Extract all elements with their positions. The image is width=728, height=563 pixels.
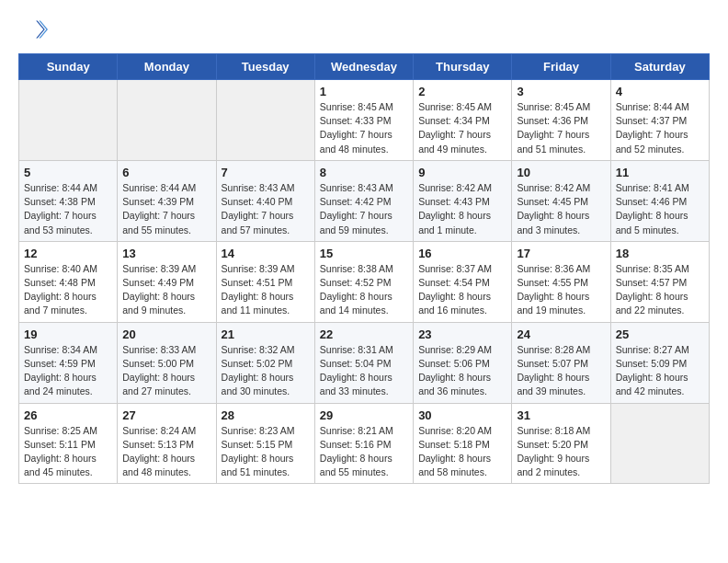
- day-info: Sunrise: 8:39 AM Sunset: 4:49 PM Dayligh…: [122, 262, 210, 318]
- day-number: 12: [24, 247, 112, 260]
- day-number: 11: [616, 166, 704, 179]
- day-info: Sunrise: 8:45 AM Sunset: 4:33 PM Dayligh…: [320, 100, 408, 156]
- day-number: 29: [320, 408, 408, 422]
- day-info: Sunrise: 8:31 AM Sunset: 5:04 PM Dayligh…: [320, 343, 408, 399]
- day-info: Sunrise: 8:44 AM Sunset: 4:39 PM Dayligh…: [122, 181, 210, 237]
- day-number: 22: [320, 327, 408, 341]
- day-number: 26: [24, 408, 112, 422]
- day-number: 17: [517, 247, 605, 260]
- calendar-cell: 9Sunrise: 8:42 AM Sunset: 4:43 PM Daylig…: [414, 160, 512, 241]
- day-number: 13: [122, 247, 210, 260]
- day-info: Sunrise: 8:42 AM Sunset: 4:45 PM Dayligh…: [517, 181, 605, 237]
- day-info: Sunrise: 8:35 AM Sunset: 4:57 PM Dayligh…: [616, 262, 704, 318]
- calendar-cell: 10Sunrise: 8:42 AM Sunset: 4:45 PM Dayli…: [512, 160, 610, 241]
- day-info: Sunrise: 8:43 AM Sunset: 4:40 PM Dayligh…: [222, 181, 310, 237]
- calendar-cell: 8Sunrise: 8:43 AM Sunset: 4:42 PM Daylig…: [314, 160, 413, 241]
- day-of-week-header: Monday: [118, 54, 216, 80]
- calendar-header-row: SundayMondayTuesdayWednesdayThursdayFrid…: [19, 54, 710, 80]
- day-of-week-header: Tuesday: [216, 54, 314, 80]
- day-info: Sunrise: 8:40 AM Sunset: 4:48 PM Dayligh…: [24, 262, 112, 318]
- day-of-week-header: Friday: [512, 54, 610, 80]
- calendar-cell: 26Sunrise: 8:25 AM Sunset: 5:11 PM Dayli…: [19, 403, 118, 484]
- header: [18, 15, 710, 44]
- calendar-week-row: 1Sunrise: 8:45 AM Sunset: 4:33 PM Daylig…: [19, 80, 710, 161]
- day-number: 10: [517, 166, 605, 179]
- calendar-cell: [216, 80, 314, 161]
- day-info: Sunrise: 8:24 AM Sunset: 5:13 PM Dayligh…: [122, 424, 210, 480]
- calendar-cell: 5Sunrise: 8:44 AM Sunset: 4:38 PM Daylig…: [19, 160, 118, 241]
- day-number: 25: [616, 327, 704, 341]
- calendar-week-row: 5Sunrise: 8:44 AM Sunset: 4:38 PM Daylig…: [19, 160, 710, 241]
- calendar-cell: 27Sunrise: 8:24 AM Sunset: 5:13 PM Dayli…: [118, 403, 216, 484]
- calendar-cell: 24Sunrise: 8:28 AM Sunset: 5:07 PM Dayli…: [512, 322, 610, 403]
- calendar-cell: 25Sunrise: 8:27 AM Sunset: 5:09 PM Dayli…: [610, 322, 709, 403]
- logo: [18, 15, 51, 44]
- day-info: Sunrise: 8:23 AM Sunset: 5:15 PM Dayligh…: [222, 424, 310, 480]
- calendar-cell: 12Sunrise: 8:40 AM Sunset: 4:48 PM Dayli…: [19, 241, 118, 322]
- day-info: Sunrise: 8:27 AM Sunset: 5:09 PM Dayligh…: [616, 343, 704, 399]
- day-number: 23: [418, 327, 506, 341]
- day-info: Sunrise: 8:21 AM Sunset: 5:16 PM Dayligh…: [320, 424, 408, 480]
- day-number: 28: [222, 408, 310, 422]
- day-number: 9: [418, 166, 506, 179]
- calendar-cell: 29Sunrise: 8:21 AM Sunset: 5:16 PM Dayli…: [314, 403, 413, 484]
- calendar-week-row: 26Sunrise: 8:25 AM Sunset: 5:11 PM Dayli…: [19, 403, 710, 484]
- calendar-week-row: 19Sunrise: 8:34 AM Sunset: 4:59 PM Dayli…: [19, 322, 710, 403]
- day-number: 30: [418, 408, 506, 422]
- day-number: 27: [122, 408, 210, 422]
- svg-marker-1: [36, 20, 45, 38]
- day-number: 2: [418, 85, 506, 98]
- calendar: SundayMondayTuesdayWednesdayThursdayFrid…: [18, 53, 710, 484]
- calendar-cell: 28Sunrise: 8:23 AM Sunset: 5:15 PM Dayli…: [216, 403, 314, 484]
- day-info: Sunrise: 8:18 AM Sunset: 5:20 PM Dayligh…: [517, 424, 605, 480]
- day-number: 31: [517, 408, 605, 422]
- day-info: Sunrise: 8:34 AM Sunset: 4:59 PM Dayligh…: [24, 343, 112, 399]
- day-info: Sunrise: 8:37 AM Sunset: 4:54 PM Dayligh…: [418, 262, 506, 318]
- calendar-cell: 4Sunrise: 8:44 AM Sunset: 4:37 PM Daylig…: [610, 80, 709, 161]
- day-info: Sunrise: 8:33 AM Sunset: 5:00 PM Dayligh…: [122, 343, 210, 399]
- day-number: 5: [24, 166, 112, 179]
- day-info: Sunrise: 8:45 AM Sunset: 4:34 PM Dayligh…: [418, 100, 506, 156]
- calendar-cell: 11Sunrise: 8:41 AM Sunset: 4:46 PM Dayli…: [610, 160, 709, 241]
- day-info: Sunrise: 8:36 AM Sunset: 4:55 PM Dayligh…: [517, 262, 605, 318]
- calendar-week-row: 12Sunrise: 8:40 AM Sunset: 4:48 PM Dayli…: [19, 241, 710, 322]
- day-info: Sunrise: 8:39 AM Sunset: 4:51 PM Dayligh…: [222, 262, 310, 318]
- day-number: 24: [517, 327, 605, 341]
- day-number: 1: [320, 85, 408, 98]
- day-of-week-header: Sunday: [19, 54, 118, 80]
- calendar-cell: 13Sunrise: 8:39 AM Sunset: 4:49 PM Dayli…: [118, 241, 216, 322]
- calendar-cell: 22Sunrise: 8:31 AM Sunset: 5:04 PM Dayli…: [314, 322, 413, 403]
- calendar-cell: 14Sunrise: 8:39 AM Sunset: 4:51 PM Dayli…: [216, 241, 314, 322]
- day-number: 7: [222, 166, 310, 179]
- page: SundayMondayTuesdayWednesdayThursdayFrid…: [0, 0, 728, 499]
- calendar-cell: 1Sunrise: 8:45 AM Sunset: 4:33 PM Daylig…: [314, 80, 413, 161]
- day-info: Sunrise: 8:25 AM Sunset: 5:11 PM Dayligh…: [24, 424, 112, 480]
- day-number: 8: [320, 166, 408, 179]
- calendar-cell: 7Sunrise: 8:43 AM Sunset: 4:40 PM Daylig…: [216, 160, 314, 241]
- day-number: 21: [222, 327, 310, 341]
- day-number: 4: [616, 85, 704, 98]
- day-info: Sunrise: 8:32 AM Sunset: 5:02 PM Dayligh…: [222, 343, 310, 399]
- calendar-cell: 16Sunrise: 8:37 AM Sunset: 4:54 PM Dayli…: [414, 241, 512, 322]
- calendar-cell: 20Sunrise: 8:33 AM Sunset: 5:00 PM Dayli…: [118, 322, 216, 403]
- day-number: 16: [418, 247, 506, 260]
- day-of-week-header: Thursday: [414, 54, 512, 80]
- day-info: Sunrise: 8:28 AM Sunset: 5:07 PM Dayligh…: [517, 343, 605, 399]
- calendar-cell: 19Sunrise: 8:34 AM Sunset: 4:59 PM Dayli…: [19, 322, 118, 403]
- calendar-cell: 30Sunrise: 8:20 AM Sunset: 5:18 PM Dayli…: [414, 403, 512, 484]
- day-number: 19: [24, 327, 112, 341]
- day-number: 6: [122, 166, 210, 179]
- day-info: Sunrise: 8:45 AM Sunset: 4:36 PM Dayligh…: [517, 100, 605, 156]
- calendar-cell: 18Sunrise: 8:35 AM Sunset: 4:57 PM Dayli…: [610, 241, 709, 322]
- calendar-cell: 15Sunrise: 8:38 AM Sunset: 4:52 PM Dayli…: [314, 241, 413, 322]
- calendar-cell: 21Sunrise: 8:32 AM Sunset: 5:02 PM Dayli…: [216, 322, 314, 403]
- day-info: Sunrise: 8:42 AM Sunset: 4:43 PM Dayligh…: [418, 181, 506, 237]
- calendar-cell: 17Sunrise: 8:36 AM Sunset: 4:55 PM Dayli…: [512, 241, 610, 322]
- day-info: Sunrise: 8:44 AM Sunset: 4:38 PM Dayligh…: [24, 181, 112, 237]
- calendar-cell: 3Sunrise: 8:45 AM Sunset: 4:36 PM Daylig…: [512, 80, 610, 161]
- day-info: Sunrise: 8:44 AM Sunset: 4:37 PM Dayligh…: [616, 100, 704, 156]
- day-number: 18: [616, 247, 704, 260]
- day-number: 3: [517, 85, 605, 98]
- calendar-cell: 31Sunrise: 8:18 AM Sunset: 5:20 PM Dayli…: [512, 403, 610, 484]
- day-info: Sunrise: 8:43 AM Sunset: 4:42 PM Dayligh…: [320, 181, 408, 237]
